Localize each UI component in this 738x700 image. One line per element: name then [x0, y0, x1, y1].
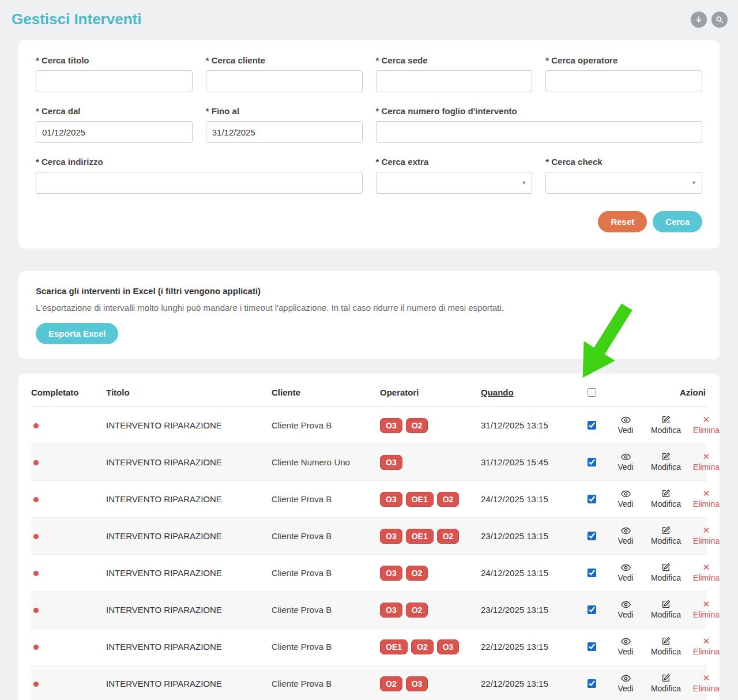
- edit-icon: [661, 489, 671, 499]
- row-checkbox[interactable]: [588, 605, 596, 614]
- row-when: 24/12/2025 13:15: [481, 494, 576, 504]
- completato-cell: [31, 531, 106, 541]
- view-label: Vedi: [617, 683, 633, 694]
- view-button[interactable]: Vedi: [608, 415, 643, 436]
- select-all-checkbox[interactable]: [588, 388, 596, 397]
- row-client: Cliente Prova B: [272, 531, 380, 541]
- edit-icon: [661, 563, 671, 573]
- page-title: Gestisci Interventi: [12, 10, 141, 28]
- view-button[interactable]: Vedi: [608, 600, 643, 620]
- edit-button[interactable]: Modifica: [648, 415, 684, 436]
- row-client: Cliente Prova B: [272, 679, 380, 688]
- sede-label: * Cerca sede: [376, 55, 533, 65]
- view-button[interactable]: Vedi: [608, 452, 643, 473]
- edit-label: Modifica: [651, 683, 681, 694]
- search-icon: [716, 16, 724, 24]
- row-operators: O3: [380, 455, 481, 470]
- sede-input[interactable]: [376, 70, 533, 92]
- row-checkbox[interactable]: [588, 642, 596, 651]
- row-operators: O3O2: [380, 603, 481, 618]
- search-submit-button[interactable]: Cerca: [653, 211, 702, 232]
- operator-badge: O2: [406, 418, 428, 433]
- edit-button[interactable]: Modifica: [648, 600, 684, 620]
- header-quando-sort[interactable]: Quando: [481, 387, 514, 397]
- titolo-input[interactable]: [36, 70, 193, 92]
- edit-button[interactable]: Modifica: [648, 489, 684, 510]
- view-button[interactable]: Vedi: [608, 489, 643, 510]
- edit-button[interactable]: Modifica: [648, 673, 684, 694]
- delete-button[interactable]: ✕ Elimina: [688, 673, 724, 694]
- edit-label: Modifica: [651, 462, 681, 473]
- status-dot: [33, 608, 39, 613]
- check-select[interactable]: ▼: [545, 172, 702, 194]
- extra-select[interactable]: ▼: [376, 172, 533, 194]
- eye-icon: [621, 526, 631, 536]
- field-indirizzo: * Cerca indirizzo: [36, 157, 363, 194]
- export-card: Scarica gli interventi in Excel (i filtr…: [18, 271, 720, 359]
- delete-button[interactable]: ✕ Elimina: [688, 600, 724, 620]
- row-when: 23/12/2025 13:15: [481, 605, 576, 615]
- operator-badge: O3: [380, 603, 402, 618]
- page: Gestisci Interventi * Cerca titolo * Cer…: [0, 0, 738, 700]
- row-operators: OE1O2O3: [380, 639, 481, 654]
- view-label: Vedi: [617, 646, 633, 657]
- fino-label: * Fino al: [206, 106, 363, 116]
- interventions-table-card: Completato Titolo Cliente Operatori Quan…: [18, 374, 720, 700]
- view-button[interactable]: Vedi: [608, 673, 643, 694]
- reset-button[interactable]: Reset: [598, 211, 647, 232]
- header-completato: Completato: [31, 387, 106, 397]
- export-excel-button[interactable]: Esporta Excel: [36, 323, 118, 344]
- edit-button[interactable]: Modifica: [648, 526, 684, 547]
- operator-badge: O2: [437, 529, 460, 544]
- x-icon: ✕: [703, 489, 710, 499]
- row-checkbox[interactable]: [588, 532, 596, 540]
- edit-button[interactable]: Modifica: [648, 452, 684, 473]
- delete-button[interactable]: ✕ Elimina: [688, 563, 724, 584]
- delete-button[interactable]: ✕ Elimina: [688, 452, 724, 473]
- status-dot: [33, 571, 39, 576]
- delete-button[interactable]: ✕ Elimina: [688, 415, 724, 436]
- header-operatori: Operatori: [380, 387, 481, 397]
- row-when: 23/12/2025 13:15: [481, 531, 576, 541]
- indirizzo-input[interactable]: [36, 172, 363, 194]
- row-checkbox[interactable]: [588, 495, 596, 503]
- row-operators: O3OE1O2: [380, 529, 481, 544]
- indirizzo-label: * Cerca indirizzo: [36, 157, 363, 167]
- row-checkbox[interactable]: [588, 458, 596, 466]
- view-label: Vedi: [617, 425, 633, 436]
- eye-icon: [621, 600, 631, 609]
- delete-button[interactable]: ✕ Elimina: [688, 489, 724, 510]
- delete-button[interactable]: ✕ Elimina: [688, 526, 724, 547]
- eye-icon: [621, 452, 631, 462]
- row-checkbox[interactable]: [588, 679, 596, 688]
- row-title: INTERVENTO RIPARAZIONE: [106, 494, 272, 504]
- download-button[interactable]: [691, 12, 707, 28]
- view-button[interactable]: Vedi: [608, 563, 643, 584]
- delete-button[interactable]: ✕ Elimina: [688, 637, 724, 657]
- view-label: Vedi: [617, 573, 633, 584]
- export-description: L'esportazione di intervalli molto lungh…: [36, 303, 702, 313]
- fino-input[interactable]: [206, 121, 363, 143]
- status-dot: [33, 534, 39, 539]
- delete-label: Elimina: [693, 425, 720, 436]
- view-button[interactable]: Vedi: [608, 526, 643, 547]
- edit-button[interactable]: Modifica: [648, 637, 684, 657]
- row-checkbox[interactable]: [588, 569, 596, 577]
- dal-input[interactable]: [36, 121, 193, 143]
- header-azioni: Azioni: [608, 387, 707, 397]
- delete-label: Elimina: [693, 683, 720, 694]
- row-when: 31/12/2025 15:45: [481, 457, 576, 467]
- search-button[interactable]: [711, 12, 728, 28]
- cliente-input[interactable]: [206, 70, 363, 92]
- row-checkbox[interactable]: [588, 421, 596, 430]
- field-dal: * Cerca dal: [36, 106, 193, 143]
- edit-button[interactable]: Modifica: [648, 563, 684, 584]
- view-button[interactable]: Vedi: [608, 637, 643, 657]
- operatore-input[interactable]: [545, 70, 702, 92]
- row-client: Cliente Prova B: [272, 494, 380, 504]
- table-row: INTERVENTO RIPARAZIONE Cliente Numero Un…: [31, 444, 707, 481]
- operator-badge: OE1: [406, 529, 434, 544]
- foglio-input[interactable]: [376, 121, 703, 143]
- table-row: INTERVENTO RIPARAZIONE Cliente Prova B O…: [31, 518, 707, 555]
- eye-icon: [621, 563, 631, 573]
